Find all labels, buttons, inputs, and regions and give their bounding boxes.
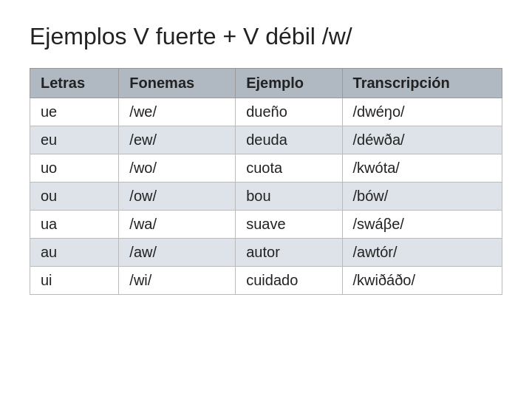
cell-fonemas: /ow/: [119, 183, 236, 211]
cell-transcripcion: /dwéŋo/: [342, 98, 502, 126]
table-row: ue/we/dueño/dwéŋo/: [30, 98, 502, 126]
table-body: ue/we/dueño/dwéŋo/eu/ew/deuda/déwða/uo/w…: [30, 98, 502, 295]
table-row: uo/wo/cuota/kwóta/: [30, 154, 502, 183]
table-container: Letras Fonemas Ejemplo Transcripción ue/…: [30, 68, 502, 295]
cell-letras: au: [30, 239, 119, 267]
table-row: ua/wa/suave/swáβe/: [30, 211, 502, 239]
table-header-row: Letras Fonemas Ejemplo Transcripción: [30, 69, 502, 98]
cell-transcripcion: /déwða/: [342, 126, 502, 154]
table-row: ou/ow/bou/bów/: [30, 183, 502, 211]
cell-ejemplo: autor: [236, 239, 342, 267]
cell-letras: ua: [30, 211, 119, 239]
cell-transcripcion: /awtór/: [342, 239, 502, 267]
cell-letras: ou: [30, 183, 119, 211]
cell-ejemplo: cuidado: [236, 267, 342, 295]
cell-ejemplo: deuda: [236, 126, 342, 154]
cell-fonemas: /aw/: [119, 239, 236, 267]
cell-ejemplo: cuota: [236, 154, 342, 183]
col-header-transcripcion: Transcripción: [342, 69, 502, 98]
cell-letras: eu: [30, 126, 119, 154]
col-header-fonemas: Fonemas: [119, 69, 236, 98]
cell-ejemplo: bou: [236, 183, 342, 211]
cell-transcripcion: /kwóta/: [342, 154, 502, 183]
cell-letras: ue: [30, 98, 119, 126]
table-row: ui/wi/cuidado/kwiðáðo/: [30, 267, 502, 295]
cell-transcripcion: /swáβe/: [342, 211, 502, 239]
col-header-ejemplo: Ejemplo: [236, 69, 342, 98]
cell-ejemplo: dueño: [236, 98, 342, 126]
col-header-letras: Letras: [30, 69, 119, 98]
cell-ejemplo: suave: [236, 211, 342, 239]
examples-table: Letras Fonemas Ejemplo Transcripción ue/…: [30, 68, 502, 295]
cell-fonemas: /we/: [119, 98, 236, 126]
table-row: au/aw/autor/awtór/: [30, 239, 502, 267]
cell-fonemas: /wa/: [119, 211, 236, 239]
cell-fonemas: /wi/: [119, 267, 236, 295]
page-container: Ejemplos V fuerte + V débil /w/ Letras F…: [0, 0, 532, 399]
cell-transcripcion: /bów/: [342, 183, 502, 211]
cell-letras: uo: [30, 154, 119, 183]
cell-fonemas: /wo/: [119, 154, 236, 183]
table-row: eu/ew/deuda/déwða/: [30, 126, 502, 154]
cell-letras: ui: [30, 267, 119, 295]
cell-fonemas: /ew/: [119, 126, 236, 154]
cell-transcripcion: /kwiðáðo/: [342, 267, 502, 295]
page-title: Ejemplos V fuerte + V débil /w/: [30, 22, 502, 50]
